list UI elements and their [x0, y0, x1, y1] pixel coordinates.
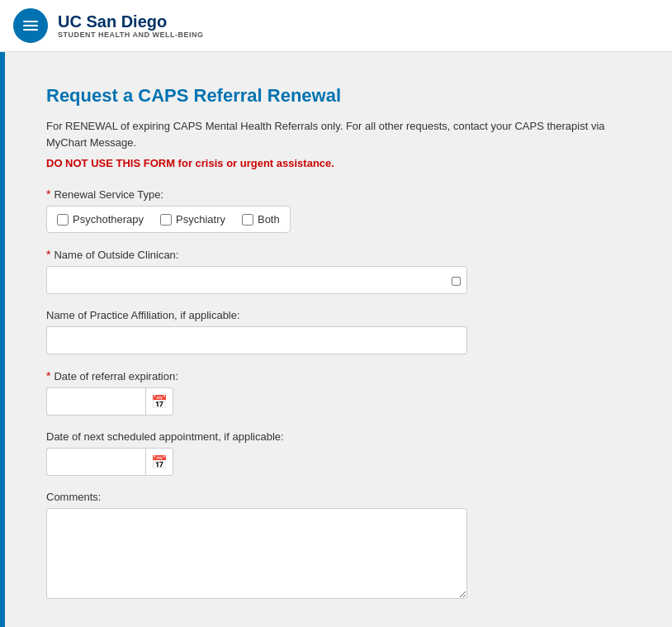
- comments-section: Comments:: [46, 491, 631, 601]
- menu-icon-line1: [23, 21, 38, 22]
- next-appt-section: Date of next scheduled appointment, if a…: [46, 430, 631, 476]
- affiliation-section: Name of Practice Affiliation, if applica…: [46, 309, 631, 354]
- calendar-icon: 📅: [151, 394, 168, 410]
- clinician-label: * Name of Outside Clinican:: [46, 248, 631, 261]
- comments-textarea[interactable]: [46, 508, 467, 599]
- menu-icon-line3: [23, 29, 38, 31]
- service-type-section: * Renewal Service Type: Psychotherapy Ps…: [46, 188, 631, 233]
- clinician-input-icon: ▢: [451, 273, 461, 287]
- clinician-input[interactable]: [47, 267, 466, 293]
- logo-circle: [13, 8, 48, 43]
- required-star-expiration: *: [46, 369, 50, 382]
- expiration-label-text: Date of referral expiration:: [54, 370, 177, 382]
- service-type-label-text: Renewal Service Type:: [54, 188, 163, 201]
- expiration-section: * Date of referral expiration: 📅: [46, 369, 631, 416]
- clinician-section: * Name of Outside Clinican: ▢: [46, 248, 631, 294]
- comments-label: Comments:: [46, 491, 631, 503]
- comments-label-text: Comments:: [46, 491, 101, 503]
- checkbox-psychiatry[interactable]: Psychiatry: [160, 213, 225, 226]
- required-star-service: *: [46, 188, 50, 201]
- next-appt-calendar-button[interactable]: 📅: [145, 448, 173, 476]
- warning-text: DO NOT USE THIS FORM for crisis or urgen…: [46, 157, 631, 169]
- required-star-clinician: *: [46, 248, 50, 261]
- next-appt-label-text: Date of next scheduled appointment, if a…: [46, 430, 284, 443]
- affiliation-label-text: Name of Practice Affiliation, if applica…: [46, 309, 240, 321]
- next-appt-label: Date of next scheduled appointment, if a…: [46, 430, 631, 443]
- checkbox-psychotherapy-input[interactable]: [57, 214, 69, 226]
- clinician-input-wrapper: ▢: [46, 266, 467, 294]
- checkbox-both-input[interactable]: [242, 214, 253, 226]
- expiration-calendar-button[interactable]: 📅: [145, 387, 173, 416]
- clinician-label-text: Name of Outside Clinican:: [54, 249, 178, 261]
- site-title-uc: UC San Diego: [58, 12, 167, 31]
- site-header: UC San Diego STUDENT HEALTH AND WELL-BEI…: [0, 0, 672, 52]
- checkbox-psychotherapy[interactable]: Psychotherapy: [57, 213, 144, 226]
- affiliation-input-wrapper: [46, 326, 467, 354]
- expiration-label: * Date of referral expiration:: [46, 369, 631, 382]
- page-title: Request a CAPS Referral Renewal: [46, 85, 631, 107]
- checkbox-psychotherapy-label: Psychotherapy: [73, 213, 144, 226]
- expiration-date-wrapper: 📅: [46, 387, 631, 416]
- site-title: UC San Diego: [58, 12, 204, 31]
- checkbox-psychiatry-label: Psychiatry: [176, 213, 225, 226]
- next-appt-date-wrapper: 📅: [46, 448, 631, 476]
- header-text: UC San Diego STUDENT HEALTH AND WELL-BEI…: [58, 12, 204, 39]
- affiliation-label: Name of Practice Affiliation, if applica…: [46, 309, 631, 321]
- expiration-date-input[interactable]: [46, 387, 145, 416]
- form-description: For RENEWAL of expiring CAPS Mental Heal…: [46, 118, 631, 150]
- main-content: Request a CAPS Referral Renewal For RENE…: [5, 52, 672, 627]
- calendar-icon-2: 📅: [151, 454, 168, 470]
- checkbox-psychiatry-input[interactable]: [160, 214, 172, 226]
- site-subtitle: STUDENT HEALTH AND WELL-BEING: [58, 31, 204, 39]
- menu-icon-line2: [23, 25, 38, 26]
- service-type-checkbox-group: Psychotherapy Psychiatry Both: [46, 206, 291, 233]
- next-appt-date-input[interactable]: [46, 448, 145, 476]
- checkbox-both-label: Both: [258, 213, 280, 226]
- service-type-label: * Renewal Service Type:: [46, 188, 631, 201]
- affiliation-input[interactable]: [47, 327, 466, 354]
- checkbox-both[interactable]: Both: [242, 213, 280, 226]
